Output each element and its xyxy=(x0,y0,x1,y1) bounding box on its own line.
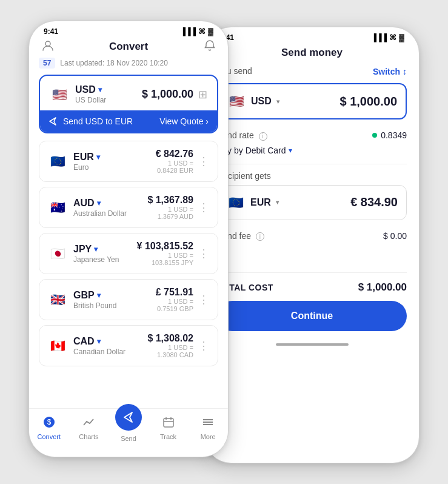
gbp-code[interactable]: GBP ▾ xyxy=(73,290,116,301)
status-time-left: 9:41 xyxy=(44,27,58,36)
send-bar-label: Send USD to EUR xyxy=(63,116,133,126)
tab-bar-left: $ Convert Charts Send xyxy=(29,408,228,457)
send-tab-icon xyxy=(115,404,142,431)
currency-list: 🇪🇺 EUR ▾ Euro € 842.76 1 USD =0.8428 EUR xyxy=(39,141,218,366)
tab-charts[interactable]: Charts xyxy=(73,415,104,440)
eur-name: Euro xyxy=(73,163,100,172)
send-input-card[interactable]: 🇺🇸 USD ▾ $ 1,000.00 xyxy=(217,83,407,119)
cad-amount: $ 1,308.02 xyxy=(147,333,193,344)
list-item[interactable]: 🇨🇦 CAD ▾ Canadian Dollar $ 1,308.02 1 US… xyxy=(39,325,218,366)
home-indicator-right xyxy=(276,343,349,346)
list-item[interactable]: 🇯🇵 JPY ▾ Japanese Yen ¥ 103,815.52 1 USD… xyxy=(39,233,218,274)
notification-icon[interactable] xyxy=(204,39,216,55)
main-currency-name: US Dollar xyxy=(75,96,106,104)
list-item[interactable]: 🇦🇺 AUD ▾ Australian Dollar $ 1,367.89 1 … xyxy=(39,187,218,228)
send-currency-selector[interactable]: 🇺🇸 USD ▾ xyxy=(227,92,279,111)
update-bar: 57 Last updated: 18 Nov 2020 10:20 xyxy=(39,58,218,69)
main-currency-card[interactable]: 🇺🇸 USD ▾ US Dollar $ 1,000.00 ⊞ xyxy=(39,75,218,133)
tab-send-label: Send xyxy=(121,435,136,442)
jpy-amount: ¥ 103,815.52 xyxy=(137,241,193,252)
charts-icon xyxy=(82,415,95,431)
left-phone: 9:41 ▐▐▐ ⌘ ▓ Convert xyxy=(28,21,229,457)
continue-button[interactable]: Continue xyxy=(217,301,407,331)
status-bar-left: 9:41 ▐▐▐ ⌘ ▓ xyxy=(29,21,228,38)
right-content: You send Switch ↕ 🇺🇸 USD ▾ $ 1,000.00 Se… xyxy=(205,64,419,331)
status-icons-left: ▐▐▐ ⌘ ▓ xyxy=(181,27,213,36)
jpy-code[interactable]: JPY ▾ xyxy=(73,244,119,255)
cad-more-icon[interactable]: ⋮ xyxy=(198,339,209,352)
eur-code[interactable]: EUR ▾ xyxy=(73,152,100,163)
usd-flag: 🇺🇸 xyxy=(50,85,69,104)
profile-icon[interactable] xyxy=(41,39,55,55)
tab-convert-label: Convert xyxy=(38,433,61,440)
wifi-icon-r: ⌘ xyxy=(389,33,396,42)
receive-currency-chevron[interactable]: ▾ xyxy=(276,199,279,206)
right-screen-title: Send money xyxy=(281,47,343,59)
pay-method-chevron[interactable]: ▾ xyxy=(289,146,292,155)
main-currency-code[interactable]: USD ▾ xyxy=(75,84,106,95)
gbp-name: British Pound xyxy=(73,301,116,310)
cad-name: Canadian Dollar xyxy=(73,348,125,356)
send-amount[interactable]: $ 1,000.00 xyxy=(339,95,397,109)
status-bar-right: 9:41 ▐▐▐ ⌘ ▓ xyxy=(205,27,419,44)
send-quote-bar[interactable]: Send USD to EUR View Quote › xyxy=(40,110,217,132)
cad-code[interactable]: CAD ▾ xyxy=(73,336,125,347)
track-icon xyxy=(162,415,175,431)
send-fee-value: $ 0.00 xyxy=(383,231,407,241)
tab-convert[interactable]: $ Convert xyxy=(34,415,64,440)
more-icon xyxy=(201,415,215,431)
send-rate-row: Send rate i 0.8349 xyxy=(217,128,407,143)
aud-code[interactable]: AUD ▾ xyxy=(73,198,127,209)
section-divider xyxy=(217,164,407,164)
battery-icon-r: ▓ xyxy=(399,33,404,42)
send-rate-info-icon[interactable]: i xyxy=(259,132,267,141)
total-cost-bar: TOTAL COST $ 1,000.00 xyxy=(217,272,407,301)
receive-amount: € 834.90 xyxy=(350,195,398,209)
aud-flag: 🇦🇺 xyxy=(48,198,67,217)
update-text: Last updated: 18 Nov 2020 10:20 xyxy=(60,59,167,67)
send-currency-chevron[interactable]: ▾ xyxy=(276,98,279,105)
pay-method-row[interactable]: Pay by Debit Card ▾ xyxy=(217,143,407,158)
gbp-flag: 🇬🇧 xyxy=(48,290,67,309)
tab-more[interactable]: More xyxy=(193,415,223,440)
update-badge: 57 xyxy=(39,58,55,69)
eur-flag: 🇪🇺 xyxy=(48,152,67,171)
signal-icon-r: ▐▐▐ xyxy=(372,33,387,42)
jpy-name: Japanese Yen xyxy=(73,255,119,264)
gbp-amount: £ 751.91 xyxy=(156,287,193,298)
receive-flag: 🇪🇺 xyxy=(226,193,246,212)
list-item[interactable]: 🇪🇺 EUR ▾ Euro € 842.76 1 USD =0.8428 EUR xyxy=(39,141,218,182)
wifi-icon: ⌘ xyxy=(198,27,206,36)
left-screen-title: Convert xyxy=(109,41,148,53)
send-rate-value: 0.8349 xyxy=(372,130,407,140)
tab-send[interactable]: Send xyxy=(113,414,144,442)
total-cost-value: $ 1,000.00 xyxy=(358,281,407,294)
gbp-more-icon[interactable]: ⋮ xyxy=(198,293,209,306)
send-fee-info-icon[interactable]: i xyxy=(256,232,264,241)
receive-input-card[interactable]: 🇪🇺 EUR ▾ € 834.90 xyxy=(217,185,407,220)
receive-currency-code: EUR xyxy=(250,197,271,208)
jpy-more-icon[interactable]: ⋮ xyxy=(198,247,209,260)
gbp-rate: 1 USD =0.7519 GBP xyxy=(156,298,193,312)
send-currency-code: USD xyxy=(251,96,272,107)
aud-more-icon[interactable]: ⋮ xyxy=(198,201,209,214)
convert-icon: $ xyxy=(42,415,56,431)
send-flag: 🇺🇸 xyxy=(227,92,246,111)
receive-currency-selector[interactable]: 🇪🇺 EUR ▾ xyxy=(226,193,279,212)
tab-track[interactable]: Track xyxy=(153,415,184,440)
cad-flag: 🇨🇦 xyxy=(48,336,67,355)
tab-charts-label: Charts xyxy=(79,433,98,440)
aud-amount: $ 1,367.89 xyxy=(147,195,193,206)
battery-icon: ▓ xyxy=(208,27,213,36)
switch-button[interactable]: Switch ↕ xyxy=(373,67,407,76)
calculator-icon[interactable]: ⊞ xyxy=(198,88,207,101)
list-item[interactable]: 🇬🇧 GBP ▾ British Pound £ 751.91 1 USD =0… xyxy=(39,279,218,320)
dropdown-chevron[interactable]: ▾ xyxy=(98,86,102,94)
eur-amount: € 842.76 xyxy=(156,149,193,160)
view-quote-btn[interactable]: View Quote › xyxy=(159,116,209,126)
rate-dot xyxy=(372,133,377,138)
cad-rate: 1 USD =1.3080 CAD xyxy=(147,344,193,358)
svg-text:$: $ xyxy=(47,418,51,426)
eur-more-icon[interactable]: ⋮ xyxy=(198,155,209,168)
svg-rect-3 xyxy=(164,418,173,427)
